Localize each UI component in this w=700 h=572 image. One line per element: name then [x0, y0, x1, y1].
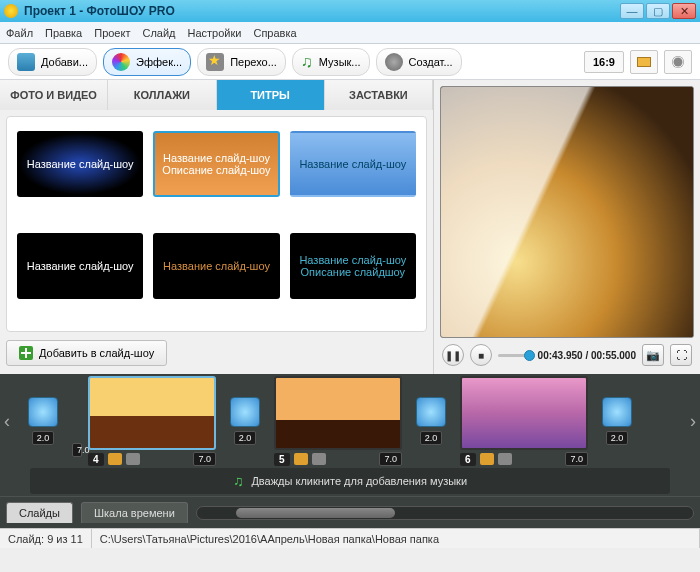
gear-icon	[675, 58, 682, 65]
menu-slide[interactable]: Слайд	[142, 27, 175, 39]
tab-splash[interactable]: ЗАСТАВКИ	[325, 80, 433, 110]
slide-6[interactable]: 6 7.0	[460, 376, 588, 466]
music-note-icon: ♫	[301, 53, 313, 71]
transition-icon	[28, 397, 58, 427]
transition-duration[interactable]: 2.0	[420, 431, 443, 445]
status-slide-count: Слайд: 9 из 11	[0, 529, 92, 548]
music-label: Музык...	[319, 56, 361, 68]
aspect-ratio[interactable]: 16:9	[584, 51, 624, 73]
edit-slide-button[interactable]	[480, 453, 494, 465]
player-controls: ❚❚ ■ 00:43.950 / 00:55.000 📷 ⛶	[440, 338, 694, 368]
thumb-sublabel: Описание слайдшоу	[301, 266, 406, 278]
maximize-button[interactable]: ▢	[646, 3, 670, 19]
transition-slot[interactable]: 2.0	[20, 397, 66, 445]
minimize-button[interactable]: —	[620, 3, 644, 19]
thumb-label: Название слайд-шоу	[299, 254, 406, 266]
transition-icon	[416, 397, 446, 427]
slide-duration[interactable]: 7.0	[565, 452, 588, 466]
settings-button[interactable]	[664, 50, 692, 74]
timeline-scrollbar[interactable]	[196, 506, 694, 520]
tab-slides-view[interactable]: Слайды	[6, 502, 73, 523]
music-button[interactable]: ♫Музык...	[292, 48, 370, 76]
transitions-button[interactable]: Перехо...	[197, 48, 286, 76]
menu-settings[interactable]: Настройки	[188, 27, 242, 39]
window-title: Проект 1 - ФотоШОУ PRO	[24, 4, 618, 18]
title-template-5[interactable]: Название слайд-шоу	[153, 233, 279, 299]
slide-duration[interactable]: 7.0	[193, 452, 216, 466]
transition-duration[interactable]: 2.0	[606, 431, 629, 445]
slide-thumbnail	[274, 376, 402, 450]
pause-button[interactable]: ❚❚	[442, 344, 464, 366]
menu-edit[interactable]: Правка	[45, 27, 82, 39]
slide-duration-prev[interactable]: 7.0	[72, 443, 82, 457]
background-button[interactable]	[630, 50, 658, 74]
slide-menu-button[interactable]	[126, 453, 140, 465]
effects-label: Эффек...	[136, 56, 182, 68]
scrollbar-thumb[interactable]	[236, 508, 395, 518]
thumb-label: Название слайд-шоу	[299, 158, 406, 170]
slide-5[interactable]: 5 7.0	[274, 376, 402, 466]
timeline-footer: Слайды Шкала времени	[0, 496, 700, 528]
title-template-3[interactable]: Название слайд-шоу	[290, 131, 416, 197]
add-label: Добави...	[41, 56, 88, 68]
create-label: Создат...	[409, 56, 453, 68]
add-to-slideshow-button[interactable]: Добавить в слайд-шоу	[6, 340, 167, 366]
category-tabs: ФОТО И ВИДЕО КОЛЛАЖИ ТИТРЫ ЗАСТАВКИ	[0, 80, 433, 110]
transition-slot[interactable]: 2.0	[222, 397, 268, 445]
tab-collage[interactable]: КОЛЛАЖИ	[108, 80, 216, 110]
transition-duration[interactable]: 2.0	[234, 431, 257, 445]
status-path: C:\Users\Татьяна\Pictures\2016\ААпрель\Н…	[92, 529, 700, 548]
nav-next-button[interactable]: ›	[690, 411, 696, 432]
thumb-label: Название слайд-шоу	[163, 260, 270, 272]
transition-icon	[230, 397, 260, 427]
title-bar: Проект 1 - ФотоШОУ PRO — ▢ ✕	[0, 0, 700, 22]
tab-timeline-view[interactable]: Шкала времени	[81, 502, 188, 523]
title-template-4[interactable]: Название слайд-шоу	[17, 233, 143, 299]
seek-bar[interactable]	[498, 354, 532, 357]
title-template-6[interactable]: Название слайд-шоуОписание слайдшоу	[290, 233, 416, 299]
menu-project[interactable]: Проект	[94, 27, 130, 39]
snapshot-button[interactable]: 📷	[642, 344, 664, 366]
music-track-hint[interactable]: ♫ Дважды кликните для добавления музыки	[30, 468, 670, 494]
star-icon	[206, 53, 224, 71]
edit-slide-button[interactable]	[294, 453, 308, 465]
menu-help[interactable]: Справка	[253, 27, 296, 39]
seek-handle[interactable]	[524, 350, 535, 361]
edit-slide-button[interactable]	[108, 453, 122, 465]
effects-button[interactable]: Эффек...	[103, 48, 191, 76]
add-to-slideshow-label: Добавить в слайд-шоу	[39, 347, 154, 359]
camera-icon	[17, 53, 35, 71]
menu-file[interactable]: Файл	[6, 27, 33, 39]
slide-4[interactable]: 4 7.0	[88, 376, 216, 466]
slide-thumbnail	[88, 376, 216, 450]
time-display: 00:43.950 / 00:55.000	[538, 350, 636, 361]
menu-bar: Файл Правка Проект Слайд Настройки Справ…	[0, 22, 700, 44]
preview-image	[441, 87, 693, 337]
nav-prev-button[interactable]: ‹	[4, 411, 10, 432]
thumb-label: Название слайд-шоу	[27, 158, 134, 170]
main-toolbar: Добави... Эффек... Перехо... ♫Музык... С…	[0, 44, 700, 80]
thumb-sublabel: Описание слайд-шоу	[162, 164, 270, 176]
title-template-2[interactable]: Название слайд-шоуОписание слайд-шоу	[153, 131, 279, 197]
slide-thumbnail	[460, 376, 588, 450]
transition-slot[interactable]: 2.0	[594, 397, 640, 445]
slide-track: ‹ › 2.0 7.0 4 7.0 2.0	[0, 374, 700, 468]
transitions-label: Перехо...	[230, 56, 277, 68]
tab-photo-video[interactable]: ФОТО И ВИДЕО	[0, 80, 108, 110]
slide-menu-button[interactable]	[498, 453, 512, 465]
status-bar: Слайд: 9 из 11 C:\Users\Татьяна\Pictures…	[0, 528, 700, 548]
add-button[interactable]: Добави...	[8, 48, 97, 76]
work-area: ФОТО И ВИДЕО КОЛЛАЖИ ТИТРЫ ЗАСТАВКИ Назв…	[0, 80, 700, 374]
transition-slot[interactable]: 2.0	[408, 397, 454, 445]
title-template-1[interactable]: Название слайд-шоу	[17, 131, 143, 197]
thumb-label: Название слайд-шоу	[163, 152, 270, 164]
tab-titles[interactable]: ТИТРЫ	[217, 80, 325, 110]
fullscreen-button[interactable]: ⛶	[670, 344, 692, 366]
close-button[interactable]: ✕	[672, 3, 696, 19]
transition-duration[interactable]: 2.0	[32, 431, 55, 445]
slide-menu-button[interactable]	[312, 453, 326, 465]
slide-duration[interactable]: 7.0	[379, 452, 402, 466]
video-preview[interactable]	[440, 86, 694, 338]
create-button[interactable]: Создат...	[376, 48, 462, 76]
stop-button[interactable]: ■	[470, 344, 492, 366]
